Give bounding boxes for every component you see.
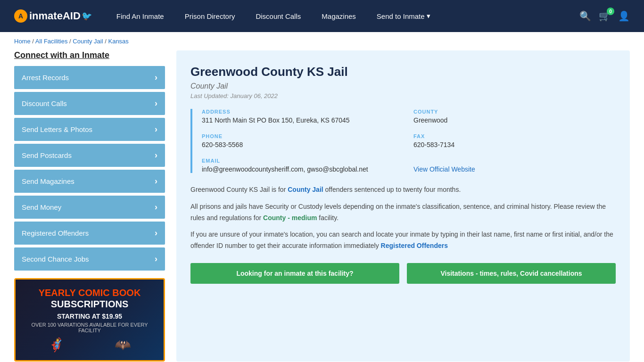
sidebar-title: Connect with an Inmate [14,50,165,60]
cart-badge: 0 [607,8,614,15]
nav-discount-calls[interactable]: Discount Calls [245,12,311,20]
nav-magazines[interactable]: Magazines [311,12,366,20]
address-block: ADDRESS 311 North Main St PO Box 150, Eu… [202,109,404,124]
chevron-right-icon: › [155,176,157,186]
facility-info-grid: ADDRESS 311 North Main St PO Box 150, Eu… [190,109,616,173]
facility-type: County Jail [190,82,616,90]
visitations-button[interactable]: Visitations - times, rules, Covid cancel… [407,263,616,284]
county-medium-link[interactable]: County - medium [263,214,317,222]
email-label: EMAIL [202,158,404,164]
search-icon[interactable]: 🔍 [579,10,591,22]
phone-value: 620-583-5568 [202,141,404,148]
sidebar-item-send-magazines[interactable]: Send Magazines › [14,170,165,193]
chevron-right-icon: › [155,99,157,108]
find-inmate-button[interactable]: Looking for an inmate at this facility? [190,263,399,284]
nav-send-to-inmate[interactable]: Send to Inmate ▾ [366,12,441,20]
cart-icon[interactable]: 🛒 0 [599,10,611,22]
sidebar-item-registered-offenders[interactable]: Registered Offenders › [14,222,165,245]
user-icon[interactable]: 👤 [618,10,630,22]
logo-icon: A [14,9,27,23]
logo-bird: 🐦 [82,11,92,21]
county-block: COUNTY Greenwood [413,109,616,124]
ad-banner[interactable]: YEARLY COMIC BOOK SUBSCRIPTIONS STARTING… [14,278,165,362]
email-value: info@greenwoodcountysheriff.com, gwso@sb… [202,165,404,173]
main-nav: Find An Inmate Prison Directory Discount… [106,12,579,20]
sidebar-item-send-letters[interactable]: Send Letters & Photos › [14,118,165,141]
sidebar-item-arrest-records[interactable]: Arrest Records › [14,66,165,89]
ad-figures: 🦸 🦇 [23,337,156,353]
breadcrumb: Home / All Facilities / County Jail / Ka… [0,32,644,50]
address-value: 311 North Main St PO Box 150, Eureka, KS… [202,116,404,124]
fax-block: FAX 620-583-7134 [413,133,616,148]
ad-price: STARTING AT $19.95 [23,313,156,320]
breadcrumb-all-facilities[interactable]: All Facilities [35,38,68,45]
county-label: COUNTY [413,109,616,115]
header: A inmateAID 🐦 Find An Inmate Prison Dire… [0,0,644,32]
fax-label: FAX [413,133,616,139]
ad-title-line1: YEARLY COMIC BOOK SUBSCRIPTIONS [23,287,156,310]
address-label: ADDRESS [202,109,404,115]
sidebar-item-send-money[interactable]: Send Money › [14,196,165,219]
phone-label: PHONE [202,133,404,139]
chevron-right-icon: › [155,228,157,238]
sidebar-item-discount-calls[interactable]: Discount Calls › [14,92,165,115]
action-buttons: Looking for an inmate at this facility? … [190,263,616,284]
chevron-right-icon: › [155,150,157,160]
nav-prison-directory[interactable]: Prison Directory [174,12,246,20]
header-icons: 🔍 🛒 0 👤 [579,10,630,22]
description-2: All prisons and jails have Security or C… [190,201,616,224]
county-value: Greenwood [413,116,616,124]
sidebar: Connect with an Inmate Arrest Records › … [14,50,165,362]
facility-name: Greenwood County KS Jail [190,65,616,79]
facility-updated: Last Updated: January 06, 2022 [190,92,616,99]
phone-block: PHONE 620-583-5568 [202,133,404,148]
county-jail-link[interactable]: County Jail [288,186,323,193]
email-block: EMAIL info@greenwoodcountysheriff.com, g… [202,158,404,173]
facility-content: Greenwood County KS Jail County Jail Las… [176,50,630,362]
batman-icon: 🦇 [115,337,131,353]
nav-find-inmate[interactable]: Find An Inmate [106,12,174,20]
breadcrumb-kansas[interactable]: Kansas [108,38,128,45]
description-3: If you are unsure of your inmate's locat… [190,229,616,252]
website-block: WEBSITE View Official Website [413,158,616,173]
registered-offenders-link[interactable]: Registered Offenders [381,242,448,249]
chevron-right-icon: › [155,124,157,134]
sidebar-item-send-postcards[interactable]: Send Postcards › [14,144,165,167]
main-container: Connect with an Inmate Arrest Records › … [0,50,644,362]
website-link[interactable]: View Official Website [413,165,475,173]
chevron-right-icon: › [155,202,157,212]
fax-value: 620-583-7134 [413,141,616,148]
chevron-right-icon: › [155,73,157,82]
superman-icon: 🦸 [48,337,65,353]
ad-note: OVER 100 VARIATIONS AVAILABLE FOR EVERY … [23,322,156,333]
logo[interactable]: A inmateAID 🐦 [14,9,92,23]
chevron-right-icon: › [155,254,157,264]
breadcrumb-home[interactable]: Home [14,38,31,45]
sidebar-item-second-chance-jobs[interactable]: Second Chance Jobs › [14,247,165,271]
description-1: Greenwood County KS Jail is for County J… [190,184,616,196]
breadcrumb-county-jail[interactable]: County Jail [73,38,103,45]
